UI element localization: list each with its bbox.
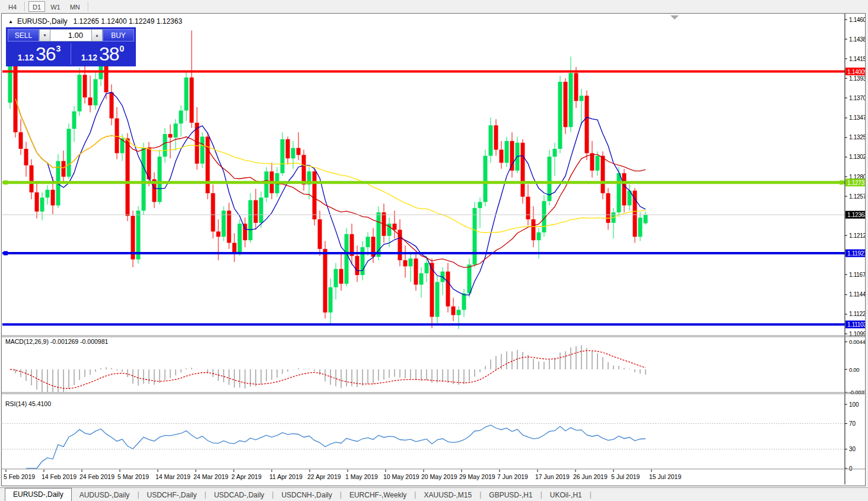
volume-increase-button[interactable]: ▲ <box>91 29 103 42</box>
candle-body <box>323 249 328 312</box>
candle-body <box>500 149 504 162</box>
timeframe-button-mn[interactable]: MN <box>66 1 84 12</box>
candle-body <box>553 149 557 157</box>
price-tick-label: 1.11220 <box>849 311 865 317</box>
candle-body <box>142 148 146 211</box>
tab-eurusd-daily[interactable]: EURUSD-,Daily <box>5 488 72 501</box>
chart-window: 1.146051.143801.141551.139301.137051.134… <box>1 13 866 486</box>
date-tick-label: 17 Jun 2019 <box>535 473 570 480</box>
candle-body <box>158 157 162 202</box>
date-tick-label: 22 Apr 2019 <box>307 473 341 480</box>
line-handle <box>4 251 8 256</box>
candle-body <box>233 243 237 254</box>
tab-eurchf-weekly[interactable]: EURCHF-,Weekly <box>342 490 414 501</box>
candle-body <box>446 272 450 307</box>
candle-body <box>473 208 477 264</box>
candle-body <box>286 139 290 158</box>
candle-body <box>526 197 530 219</box>
price-tick-label: 1.14155 <box>849 56 865 62</box>
candle-body <box>644 215 648 223</box>
candle-body <box>334 269 338 288</box>
rsi-scale-label: 30 <box>849 446 856 452</box>
buy-price-prefix: 1.12 <box>81 53 97 65</box>
candle-body <box>484 156 488 202</box>
candle-body <box>318 219 322 249</box>
candle-body <box>206 136 210 193</box>
tab-usdcnh-daily[interactable]: USDCNH-,Daily <box>274 490 339 501</box>
price-tick-label: 1.10995 <box>849 331 865 337</box>
price-axis[interactable]: 1.146051.143801.141551.139301.137051.134… <box>845 14 865 484</box>
timeframe-button-w1[interactable]: W1 <box>46 1 65 12</box>
candle-body <box>633 190 637 237</box>
volume-decrease-button[interactable]: ▼ <box>39 29 50 42</box>
candle-body <box>67 129 71 177</box>
trading-terminal: H4 D1 W1 MN 1.146051.143801.141551.13930… <box>0 0 868 501</box>
candle-body <box>537 232 541 240</box>
candle-body <box>339 269 344 284</box>
candle-body <box>574 73 578 101</box>
date-tick-label: 5 Mar 2019 <box>117 473 149 480</box>
candle-body <box>403 260 408 266</box>
price-tick-label: 1.12125 <box>849 232 865 239</box>
price-tick-label: 1.13025 <box>849 154 865 160</box>
collapse-panel-icon[interactable]: ▲ <box>8 19 13 24</box>
candle-body <box>46 190 50 197</box>
candle-body <box>78 75 82 111</box>
buy-button[interactable]: BUY <box>103 29 134 42</box>
sell-price-display[interactable]: 1.12 36 3 <box>8 43 71 65</box>
candle-body <box>457 310 461 315</box>
candle-body <box>478 202 482 208</box>
date-axis[interactable]: 5 Feb 201914 Feb 201924 Feb 20195 Mar 20… <box>4 470 681 480</box>
toolbar-separator <box>24 2 25 11</box>
date-tick-label: 24 Mar 2019 <box>193 473 228 480</box>
svg-text:1.12733: 1.12733 <box>847 180 865 186</box>
date-tick-label: 29 May 2019 <box>459 473 495 480</box>
chart-shift-marker-icon[interactable] <box>670 15 679 20</box>
candle-body <box>83 75 87 97</box>
candle-body <box>435 282 440 317</box>
candle-body <box>622 173 627 205</box>
tab-separator: | <box>590 490 592 499</box>
candle-body <box>40 197 44 211</box>
tab-usdchf-daily[interactable]: USDCHF-,Daily <box>139 490 205 501</box>
candle-body <box>329 287 333 312</box>
candle-body <box>425 263 429 273</box>
tab-xauusd-m15[interactable]: XAUUSD-,M15 <box>416 490 479 501</box>
candle-body <box>489 125 493 155</box>
candle-body <box>211 193 215 232</box>
candle-body <box>227 210 231 242</box>
candle-body <box>297 148 301 155</box>
date-tick-label: 14 Feb 2019 <box>42 473 77 480</box>
candle-body <box>590 153 594 170</box>
timeframe-toolbar: H4 D1 W1 MN <box>0 0 868 13</box>
line-handle <box>840 180 844 184</box>
line-handle <box>4 180 8 184</box>
buy-price-display[interactable]: 1.12 38 0 <box>71 43 134 65</box>
volume-input[interactable] <box>50 29 91 42</box>
buy-price-pipette: 0 <box>120 43 125 53</box>
candle-body <box>24 149 28 165</box>
candle-body <box>179 110 183 123</box>
tab-audusd-daily[interactable]: AUDUSD-,Daily <box>72 490 138 501</box>
candle-body <box>505 141 509 163</box>
candle-body <box>596 156 600 171</box>
tab-gbpusd-h1[interactable]: GBPUSD-,H1 <box>481 490 540 501</box>
timeframe-button-d1[interactable]: D1 <box>28 1 45 12</box>
candle-body <box>494 125 498 149</box>
candle-body <box>88 97 93 105</box>
macd-scale-label: 0.00 <box>849 366 859 373</box>
tab-usdcad-daily[interactable]: USDCAD-,Daily <box>206 490 272 501</box>
timeframe-button-h4[interactable]: H4 <box>4 1 21 12</box>
chart-ohlc-values: 1.12265 1.12400 1.12249 1.12363 <box>74 17 183 25</box>
one-click-trading-panel: SELL ▼ ▲ BUY 1.12 36 3 1.12 38 0 <box>6 27 136 66</box>
rsi-pane: 10070300 <box>2 401 859 472</box>
sell-button[interactable]: SELL <box>8 29 39 42</box>
date-tick-label: 10 May 2019 <box>383 473 419 480</box>
candle-body <box>201 136 205 164</box>
tab-ukoil-h1[interactable]: UKOil-,H1 <box>542 490 590 501</box>
candle-body <box>217 231 221 237</box>
candle-body <box>72 111 77 129</box>
chart-canvas: 1.146051.143801.141551.139301.137051.134… <box>2 14 865 486</box>
candle-body <box>601 156 605 193</box>
price-tick-label: 1.13930 <box>849 75 865 82</box>
